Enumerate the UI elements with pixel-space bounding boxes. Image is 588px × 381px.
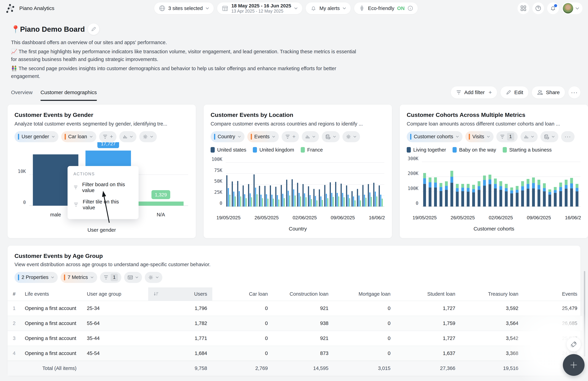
apps-grid-icon <box>520 5 527 12</box>
legend-label: Baby on the way <box>459 147 496 153</box>
chart-type-button[interactable] <box>521 131 538 142</box>
my-alerts-label: My alerts <box>319 5 340 11</box>
table-header-row: # Life events User age group Users Car l… <box>8 287 583 301</box>
calendar-icon <box>222 5 229 12</box>
tile-settings-button[interactable] <box>342 131 360 142</box>
chevron-down-icon <box>150 135 153 138</box>
col-index: # <box>8 287 20 301</box>
metric-pill[interactable]: Car loan <box>61 131 97 142</box>
edit-button[interactable]: Edit <box>501 86 528 98</box>
table-row[interactable]: 2 Opening a first account 55-64 1,782 0 … <box>8 316 583 331</box>
share-button[interactable]: Share <box>532 86 565 98</box>
sites-selector[interactable]: 3 sites selected <box>154 2 214 14</box>
legend-swatch <box>453 147 457 152</box>
table-row[interactable]: 1 Opening a first account 25-34 1,796 0 … <box>8 301 583 316</box>
card-subtitle: Compare loan amounts across different cu… <box>407 121 581 127</box>
total-label: Total (All items) <box>8 361 82 376</box>
board-description-line: 👫 The second page provides insights into… <box>11 65 357 80</box>
svg-text:09/06/2025: 09/06/2025 <box>527 215 551 220</box>
chevron-down-icon <box>52 135 55 138</box>
metric-color-bar <box>65 134 66 140</box>
dimension-pill[interactable]: Customer cohorts <box>407 131 462 142</box>
col-events[interactable]: Events <box>524 287 583 301</box>
svg-text:male: male <box>50 212 61 217</box>
quick-launch-button[interactable] <box>567 337 581 351</box>
dimension-pill[interactable]: Country <box>210 131 245 142</box>
col-life-events[interactable]: Life events <box>20 287 82 301</box>
svg-text:19/05/2025: 19/05/2025 <box>216 215 241 220</box>
table-scrollbar[interactable] <box>584 271 585 357</box>
chart-type-button[interactable] <box>302 131 319 142</box>
add-tile-button[interactable] <box>563 354 585 376</box>
plus-icon <box>569 360 579 370</box>
properties-pill[interactable]: 2 Properties <box>15 272 58 283</box>
svg-text:16/06/2025: 16/06/2025 <box>565 215 581 220</box>
metrics-pill[interactable]: 7 Metrics <box>61 272 97 283</box>
col-users-sorted[interactable]: Users <box>148 287 212 301</box>
metric-label: Events <box>254 134 270 139</box>
tab-customer-demographics[interactable]: Customer demographics <box>41 89 97 101</box>
date-range-selector[interactable]: 18 May 2025 - 16 Jun 2025 13 Apr 2025 - … <box>217 2 302 14</box>
dimension-pill[interactable]: User gender <box>15 131 58 142</box>
dimension-label: User gender <box>21 134 49 139</box>
svg-text:10K: 10K <box>18 169 26 174</box>
col-construction-loan[interactable]: Construction loan <box>273 287 334 301</box>
display-type-button[interactable] <box>124 272 142 283</box>
edit-title-button[interactable] <box>88 23 99 35</box>
chevron-down-icon <box>575 7 579 10</box>
gear-icon <box>148 275 153 280</box>
metric-color-bar <box>469 134 470 140</box>
table-row[interactable]: 3 Opening a first account 35-44 1,771 0 … <box>8 331 583 346</box>
tile-filter-button[interactable]: + <box>99 131 117 142</box>
col-mortgage-loan[interactable]: Mortgage loan <box>334 287 396 301</box>
tile-more-button[interactable]: ··· <box>561 131 575 142</box>
gear-icon <box>143 134 148 139</box>
notifications-button[interactable] <box>547 2 559 14</box>
more-options-button[interactable]: ··· <box>568 86 580 98</box>
tile-filter-button[interactable]: + <box>282 131 299 142</box>
tile-settings-button[interactable] <box>139 131 157 142</box>
piano-analytics-logo-icon <box>5 3 16 13</box>
eco-friendly-toggle[interactable]: Eco-friendly ON <box>354 2 418 14</box>
share-label: Share <box>546 89 560 95</box>
col-student-loan[interactable]: Student loan <box>396 287 461 301</box>
card-customer-events-by-gender: Customer Events by Gender Analyze total … <box>8 105 196 238</box>
tile-filter-button[interactable]: 1 <box>496 131 518 142</box>
tile-filter-button[interactable]: 1 <box>100 272 121 283</box>
chevron-down-icon <box>294 7 298 9</box>
metric-label: Visits <box>472 134 484 139</box>
col-treasury-loan[interactable]: Treasury loan <box>461 287 524 301</box>
tile-settings-button[interactable] <box>145 272 162 283</box>
chevron-down-icon <box>342 7 346 9</box>
chart-type-button[interactable] <box>119 131 136 142</box>
table-row[interactable]: 4 Opening a first account 45-54 1,684 0 … <box>8 346 583 361</box>
card-title: Customer Events by Gender <box>15 111 189 118</box>
add-filter-button[interactable]: Add filter + <box>451 86 497 98</box>
location-grouped-bar-chart[interactable]: 025K50K75K100K19/05/202526/05/202502/06/… <box>210 153 385 222</box>
location-axis-title: Country <box>210 226 385 232</box>
sort-descending-icon <box>153 292 159 296</box>
metric-pill[interactable]: Visits <box>465 131 494 142</box>
eco-friendly-state: ON <box>397 5 405 11</box>
globe-icon <box>159 5 166 12</box>
my-alerts-selector[interactable]: My alerts <box>306 2 351 14</box>
tab-overview[interactable]: Overview <box>11 89 33 101</box>
add-filter-label: Add filter <box>464 89 484 95</box>
data-source-button[interactable] <box>322 131 340 142</box>
plus-icon: + <box>292 133 295 140</box>
svg-text:100K: 100K <box>408 186 419 191</box>
bar-chart-icon <box>123 134 127 139</box>
card-customer-events-by-location: Customer Events by Location Compare cust… <box>204 105 392 238</box>
data-source-button[interactable] <box>540 131 558 142</box>
user-menu[interactable] <box>562 2 583 14</box>
metrics-color-bar <box>64 275 65 280</box>
avatar <box>563 3 573 13</box>
col-car-loan[interactable]: Car loan <box>212 287 273 301</box>
metric-pill[interactable]: Events <box>247 131 279 142</box>
cohorts-stacked-bar-chart[interactable]: 0100K200K300K19/05/202526/05/202502/06/2… <box>407 153 581 222</box>
help-button[interactable] <box>532 2 544 14</box>
apps-grid-button[interactable] <box>518 2 529 14</box>
col-user-age-group[interactable]: User age group <box>82 287 148 301</box>
dimension-color-bar <box>214 134 215 140</box>
dimension-label: Customer cohorts <box>414 134 453 139</box>
